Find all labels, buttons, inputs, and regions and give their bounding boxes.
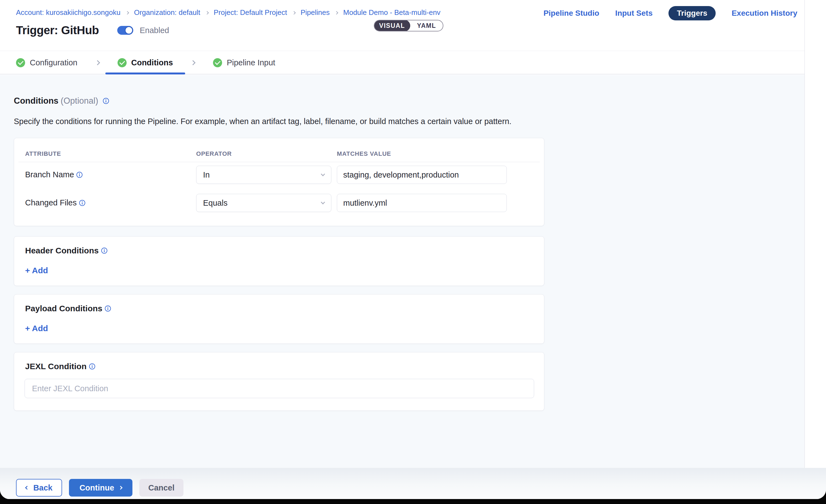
chevron-left-icon bbox=[25, 486, 29, 490]
enabled-toggle[interactable] bbox=[117, 26, 133, 35]
row-branch-name-label: Branch Name bbox=[25, 170, 83, 179]
jexl-condition-title-text: JEXL Condition bbox=[25, 362, 86, 371]
breadcrumb-pipeline-name[interactable]: Module Demo - Beta-multi-env bbox=[343, 8, 440, 17]
branch-operator-value: In bbox=[203, 170, 210, 180]
tab-configuration-label: Configuration bbox=[30, 58, 77, 67]
branch-name-text: Branch Name bbox=[25, 170, 74, 179]
info-icon[interactable] bbox=[105, 305, 111, 312]
continue-button[interactable]: Continue bbox=[69, 479, 132, 497]
cancel-button-label: Cancel bbox=[148, 483, 174, 492]
chevron-down-icon bbox=[321, 200, 325, 204]
tab-pipeline-input[interactable]: Pipeline Input bbox=[201, 51, 288, 74]
check-circle-icon bbox=[213, 58, 222, 67]
jexl-condition-input[interactable] bbox=[24, 379, 534, 398]
toggle-knob bbox=[125, 26, 133, 35]
chevron-right-icon bbox=[125, 11, 129, 15]
app-window: Account: kurosakiichigo.songoku Organiza… bbox=[0, 0, 826, 499]
check-circle-icon bbox=[118, 58, 127, 67]
chevron-right-icon bbox=[205, 11, 209, 15]
jexl-condition-card: JEXL Condition bbox=[14, 352, 544, 411]
info-icon[interactable] bbox=[89, 363, 96, 370]
branch-matches-value-input[interactable] bbox=[337, 166, 507, 184]
info-icon[interactable] bbox=[76, 172, 83, 178]
info-icon[interactable] bbox=[101, 247, 108, 254]
breadcrumb-organization[interactable]: Organization: default bbox=[134, 8, 200, 17]
info-icon[interactable] bbox=[103, 98, 109, 104]
page-title: Trigger: GitHub bbox=[16, 24, 99, 37]
column-header-operator: OPERATOR bbox=[196, 150, 232, 158]
tab-conditions-label: Conditions bbox=[131, 58, 173, 67]
chevron-right-icon bbox=[292, 11, 296, 15]
chevron-right-icon bbox=[95, 60, 100, 65]
conditions-description: Specify the conditions for running the P… bbox=[14, 117, 512, 126]
chevron-right-icon bbox=[190, 60, 195, 65]
jexl-condition-title: JEXL Condition bbox=[25, 362, 96, 371]
payload-conditions-add-button[interactable]: + Add bbox=[25, 324, 48, 333]
conditions-panel: Conditions (Optional) Specify the condit… bbox=[0, 75, 805, 468]
enabled-label: Enabled bbox=[140, 26, 169, 35]
branch-operator-select[interactable]: In bbox=[196, 166, 331, 184]
right-side-panel bbox=[805, 0, 826, 468]
yaml-toggle-button[interactable]: YAML bbox=[410, 20, 443, 31]
conditions-optional-text: (Optional) bbox=[61, 96, 98, 106]
tab-pipeline-input-label: Pipeline Input bbox=[227, 58, 275, 67]
column-header-attribute: ATTRIBUTE bbox=[25, 150, 61, 158]
pipeline-nav: Pipeline Studio Input Sets Triggers Exec… bbox=[543, 6, 797, 20]
title-row: Trigger: GitHub Enabled bbox=[16, 24, 169, 37]
back-button-label: Back bbox=[34, 483, 52, 492]
header-conditions-card: Header Conditions + Add bbox=[14, 236, 544, 286]
footer-bar: Back Continue Cancel bbox=[0, 468, 826, 499]
changed-files-matches-value-input[interactable] bbox=[337, 194, 507, 212]
conditions-table-card: ATTRIBUTE OPERATOR MATCHES VALUE Branch … bbox=[14, 138, 544, 226]
changed-files-operator-select[interactable]: Equals bbox=[196, 194, 331, 212]
row-changed-files-label: Changed Files bbox=[25, 198, 85, 207]
wizard-steps: Configuration Conditions Pipeline Input bbox=[0, 51, 805, 74]
chevron-right-icon bbox=[335, 11, 338, 15]
check-circle-icon bbox=[16, 58, 25, 67]
chevron-down-icon bbox=[321, 172, 325, 176]
changed-files-operator-value: Equals bbox=[203, 198, 228, 208]
cancel-button[interactable]: Cancel bbox=[139, 479, 183, 497]
breadcrumb-account[interactable]: Account: kurosakiichigo.songoku bbox=[16, 8, 121, 17]
nav-execution-history[interactable]: Execution History bbox=[732, 9, 797, 18]
nav-pipeline-studio[interactable]: Pipeline Studio bbox=[543, 9, 599, 18]
column-header-matches-value: MATCHES VALUE bbox=[337, 150, 391, 158]
page-header: Account: kurosakiichigo.songoku Organiza… bbox=[0, 0, 805, 51]
nav-input-sets[interactable]: Input Sets bbox=[615, 9, 652, 18]
tab-configuration[interactable]: Configuration bbox=[4, 51, 90, 74]
header-conditions-title-text: Header Conditions bbox=[25, 246, 99, 255]
header-conditions-title: Header Conditions bbox=[25, 246, 108, 255]
conditions-heading: Conditions (Optional) bbox=[14, 96, 109, 106]
continue-button-label: Continue bbox=[79, 483, 114, 492]
breadcrumb: Account: kurosakiichigo.songoku Organiza… bbox=[16, 8, 440, 17]
payload-conditions-title: Payload Conditions bbox=[25, 304, 111, 313]
info-icon[interactable] bbox=[79, 200, 85, 206]
payload-conditions-card: Payload Conditions + Add bbox=[14, 294, 544, 344]
breadcrumb-project[interactable]: Project: Default Project bbox=[214, 8, 287, 17]
breadcrumb-pipelines[interactable]: Pipelines bbox=[301, 8, 330, 17]
payload-conditions-title-text: Payload Conditions bbox=[25, 304, 102, 313]
tab-conditions[interactable]: Conditions bbox=[105, 51, 185, 74]
back-button[interactable]: Back bbox=[16, 479, 62, 497]
conditions-heading-text: Conditions bbox=[14, 96, 58, 106]
chevron-right-icon bbox=[119, 486, 122, 490]
nav-triggers-active[interactable]: Triggers bbox=[668, 6, 715, 20]
table-header-divider bbox=[18, 162, 540, 162]
visual-yaml-toggle: VISUAL YAML bbox=[374, 20, 444, 32]
changed-files-text: Changed Files bbox=[25, 198, 77, 207]
header-conditions-add-button[interactable]: + Add bbox=[25, 266, 48, 275]
visual-toggle-button[interactable]: VISUAL bbox=[374, 20, 410, 32]
